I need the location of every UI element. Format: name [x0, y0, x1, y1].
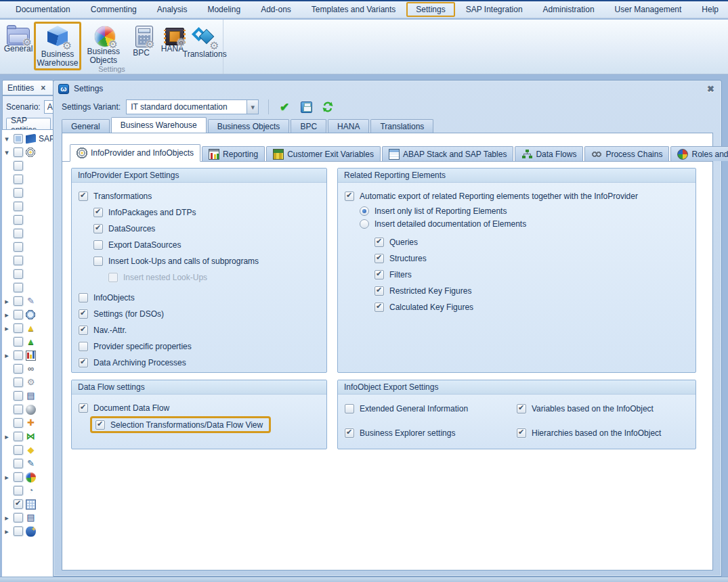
- settings-tab[interactable]: HANA: [328, 119, 369, 133]
- tree-checkbox[interactable]: [14, 256, 23, 265]
- ribbon-button[interactable]: Business Objects: [81, 22, 126, 68]
- tree-checkbox[interactable]: [14, 418, 23, 428]
- checkbox[interactable]: [374, 270, 384, 279]
- tree-row[interactable]: [2, 497, 54, 511]
- refresh-icon[interactable]: [319, 99, 337, 115]
- chevron-down-icon[interactable]: [247, 100, 258, 114]
- checkbox[interactable]: [374, 303, 384, 312]
- tree-expand-chevron-icon[interactable]: [2, 311, 12, 319]
- checkbox[interactable]: [374, 286, 384, 296]
- tree-row[interactable]: SAP: [2, 132, 54, 146]
- checkbox[interactable]: [345, 404, 354, 413]
- settings-tab[interactable]: Business Warehouse: [111, 117, 207, 133]
- tree-row[interactable]: [2, 403, 54, 416]
- tree-row[interactable]: [2, 173, 54, 186]
- tree-expand-chevron-icon[interactable]: [2, 432, 12, 441]
- inner-tab[interactable]: Customer Exit Variables: [266, 146, 381, 161]
- ribbon-button[interactable]: BPC: [126, 22, 157, 60]
- inner-tab[interactable]: Data Flows: [515, 146, 583, 161]
- menu-item[interactable]: Analysis: [148, 2, 197, 17]
- tree-row[interactable]: [2, 389, 54, 403]
- tree-row[interactable]: [2, 213, 54, 227]
- tree-checkbox[interactable]: [14, 513, 23, 522]
- checkbox[interactable]: [345, 428, 354, 438]
- tree-row[interactable]: [2, 254, 54, 267]
- menu-item[interactable]: Help: [692, 2, 728, 17]
- tree-row[interactable]: [2, 416, 54, 430]
- checkbox[interactable]: [79, 309, 88, 319]
- menu-item[interactable]: Documentation: [6, 2, 80, 17]
- save-floppy-icon[interactable]: [297, 99, 315, 115]
- tree-checkbox[interactable]: [14, 364, 23, 374]
- tree-row[interactable]: [2, 159, 54, 173]
- checkbox[interactable]: [360, 206, 369, 216]
- tree-checkbox[interactable]: [14, 499, 23, 509]
- tree-row[interactable]: [2, 349, 54, 362]
- menu-item[interactable]: Settings: [406, 2, 454, 17]
- tree-checkbox[interactable]: [14, 323, 23, 333]
- tree-expand-chevron-icon[interactable]: [2, 527, 12, 536]
- tree-checkbox[interactable]: [14, 391, 23, 401]
- checkbox[interactable]: [79, 358, 88, 367]
- settings-variant-combobox[interactable]: IT standard documentation: [126, 99, 259, 114]
- tree-row[interactable]: [2, 511, 54, 524]
- tree-row[interactable]: [2, 200, 54, 213]
- apply-check-icon[interactable]: [276, 99, 293, 115]
- tree-checkbox[interactable]: [14, 188, 23, 198]
- settings-tab[interactable]: Translations: [370, 119, 433, 133]
- tree-expand-chevron-icon[interactable]: [2, 351, 12, 360]
- tree-row[interactable]: [2, 524, 54, 538]
- tree-checkbox[interactable]: [14, 242, 23, 252]
- tree-checkbox[interactable]: [14, 472, 23, 482]
- tree-checkbox[interactable]: [14, 134, 23, 143]
- menu-item[interactable]: Templates and Variants: [302, 2, 406, 17]
- tree-checkbox[interactable]: [14, 445, 23, 455]
- tree-row[interactable]: [2, 186, 54, 200]
- tree-checkbox[interactable]: [14, 351, 23, 360]
- entities-panel-tab[interactable]: Entities: [2, 80, 53, 95]
- menu-item[interactable]: Administration: [534, 2, 604, 17]
- menu-item[interactable]: Commenting: [81, 2, 146, 17]
- tree-checkbox[interactable]: [14, 432, 23, 441]
- tree-row[interactable]: [2, 457, 54, 470]
- tree-checkbox[interactable]: [14, 148, 23, 157]
- tree-expand-chevron-icon[interactable]: [2, 514, 12, 522]
- tree-row[interactable]: [2, 484, 54, 497]
- tree-checkbox[interactable]: [14, 283, 23, 292]
- checkbox[interactable]: [79, 293, 88, 303]
- checkbox[interactable]: [93, 256, 103, 266]
- tree-expand-chevron-icon[interactable]: [2, 297, 12, 306]
- checkbox[interactable]: [108, 273, 118, 282]
- tree-checkbox[interactable]: [14, 161, 23, 171]
- tree-expand-chevron-icon[interactable]: [2, 148, 12, 157]
- tree-row[interactable]: [2, 430, 54, 443]
- checkbox[interactable]: [517, 428, 526, 438]
- inner-tab[interactable]: Reporting: [202, 146, 265, 161]
- tree-checkbox[interactable]: [14, 486, 23, 495]
- inner-tab[interactable]: Roles and Authorizations: [670, 146, 728, 161]
- ribbon-button[interactable]: Business Warehouse: [34, 22, 81, 70]
- settings-tab[interactable]: General: [62, 119, 110, 133]
- tree-checkbox[interactable]: [14, 269, 23, 279]
- checkbox[interactable]: [79, 342, 88, 351]
- tree-row[interactable]: [2, 308, 54, 321]
- inner-tab[interactable]: ABAP Stack and SAP Tables: [382, 146, 513, 161]
- tree-checkbox[interactable]: [14, 527, 23, 536]
- tree-checkbox[interactable]: [14, 296, 23, 306]
- checkbox[interactable]: [374, 254, 384, 263]
- tree-row[interactable]: [2, 376, 54, 389]
- tree-checkbox[interactable]: [14, 378, 23, 387]
- tree-row[interactable]: [2, 281, 54, 294]
- tree-row[interactable]: [2, 321, 54, 335]
- tree-row[interactable]: [2, 146, 54, 159]
- tree-checkbox[interactable]: [14, 229, 23, 238]
- tree-checkbox[interactable]: [14, 337, 23, 346]
- checkbox[interactable]: [345, 192, 354, 201]
- tree-checkbox[interactable]: [14, 310, 23, 319]
- checkbox[interactable]: [374, 238, 384, 247]
- tree-checkbox[interactable]: [14, 202, 23, 211]
- tree-row[interactable]: [2, 267, 54, 281]
- tree-row[interactable]: [2, 443, 54, 457]
- checkbox[interactable]: [93, 208, 103, 217]
- tree-checkbox[interactable]: [14, 215, 23, 225]
